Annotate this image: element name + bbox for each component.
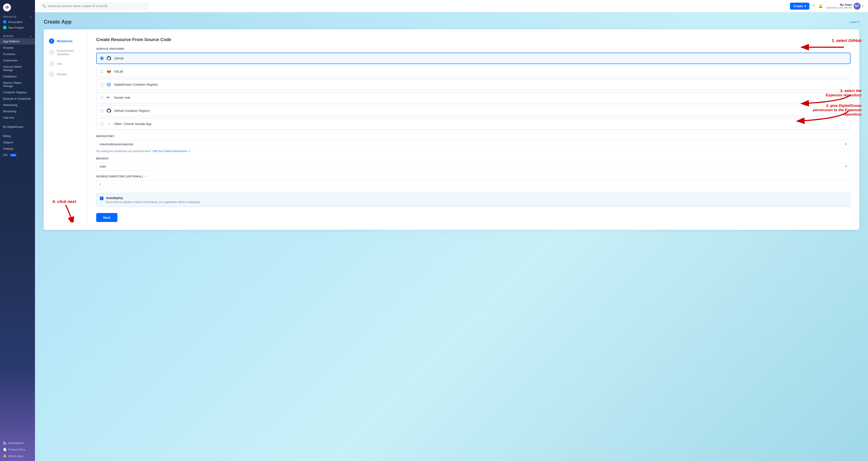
divider-1: [3, 32, 32, 32]
monitoring-label: Monitoring: [3, 110, 17, 113]
sidebar-item-container-registry[interactable]: Container Registry: [0, 89, 35, 96]
search-input[interactable]: [48, 4, 146, 8]
sidebar-item-api[interactable]: API New: [0, 152, 35, 158]
marketplace-external-icon: ↗: [26, 442, 28, 444]
provider-github[interactable]: GitHub: [96, 53, 850, 64]
repository-label: Repository: [96, 135, 850, 138]
projects-section: PROJECTS ▲: [0, 14, 35, 19]
sidebar-item-backups[interactable]: Backups & Snapshots: [0, 96, 35, 102]
sidebar-item-product-docs[interactable]: 📄 Product Docs ↗: [0, 446, 35, 453]
databases-label: Databases: [3, 75, 17, 78]
notifications-icon[interactable]: 🔔: [818, 4, 823, 8]
create-chevron-icon: ▾: [804, 4, 806, 8]
billing-label: Billing: [3, 134, 11, 138]
step-2-num: 2: [49, 50, 54, 55]
projects-label: PROJECTS: [3, 16, 16, 18]
docker-hub-label: Docker Hub: [114, 96, 130, 99]
sidebar-item-spaces[interactable]: Spaces Object Storage: [0, 79, 35, 89]
create-button[interactable]: Create ▾: [790, 3, 809, 10]
wizard-step-1[interactable]: 1 Resources: [44, 36, 87, 46]
provider-github-registry[interactable]: GitHub Container Registry: [96, 105, 850, 117]
autodeploy-checkbox[interactable]: ✓: [100, 197, 103, 200]
sidebar-logo: ⟳: [0, 0, 35, 14]
sidebar-item-functions[interactable]: Functions: [0, 51, 35, 57]
provider-gitlab-radio: [100, 70, 104, 73]
gitlab-label: GitLab: [114, 70, 123, 73]
sidebar-item-whats-new[interactable]: 🔔 What's New ↗: [0, 453, 35, 459]
next-button[interactable]: Next: [96, 213, 117, 222]
sidebar-item-databases[interactable]: Databases: [0, 73, 35, 79]
sidebar-item-first-project[interactable]: F first-project: [0, 19, 35, 25]
autodeploy-text: Autodeploy Every time an update is made …: [106, 196, 200, 204]
step-3-num: 3: [49, 61, 54, 66]
new-project-label: New Project: [8, 26, 24, 29]
source-dir-group: Source Directory (Optional) ?: [96, 175, 850, 189]
wizard-step-2[interactable]: 2 Environment Variables: [44, 46, 87, 59]
sidebar-item-kubernetes[interactable]: Kubernetes: [0, 57, 35, 64]
user-chevron-icon: ▾: [862, 5, 864, 7]
networking-label: Networking: [3, 103, 17, 107]
sidebar-item-addons[interactable]: Add-Ons: [0, 114, 35, 121]
provider-github-registry-radio: [100, 109, 104, 112]
edit-permissions-link[interactable]: Edit Your GitHub Permissions ↗: [153, 150, 190, 153]
step-3-label: Info: [57, 62, 62, 66]
branch-group: Branch ✕: [96, 157, 850, 171]
autodeploy-desc: Every time an update is made to this bra…: [106, 201, 200, 204]
source-dir-input[interactable]: [96, 180, 850, 189]
sidebar-item-support[interactable]: Support: [0, 139, 35, 145]
sidebar-item-marketplace[interactable]: 🏪 Marketplace ↗: [0, 439, 35, 446]
provider-docker-hub[interactable]: Docker Hub: [96, 92, 850, 103]
sidebar-item-by-do: By DigitalOcean: [0, 124, 35, 130]
repository-clear-button[interactable]: ✕: [844, 142, 847, 146]
learn-icon: ℹ: [858, 20, 859, 23]
container-registry-label: Container Registry: [3, 91, 27, 94]
branch-input-wrapper[interactable]: ✕: [96, 162, 850, 171]
wizard-step-3[interactable]: 3 Info: [44, 59, 87, 69]
provider-docker-hub-radio: [100, 96, 104, 99]
user-info[interactable]: My Team Estimated costs: $53.80 MT ▾: [826, 3, 864, 10]
github-registry-label: GitHub Container Registry: [114, 109, 150, 112]
user-estimated-cost: Estimated costs: $53.80: [826, 6, 852, 9]
sidebar-item-networking[interactable]: Networking: [0, 102, 35, 108]
svg-text:DO: DO: [107, 84, 111, 86]
sidebar-item-new-project[interactable]: + New Project: [0, 25, 35, 30]
search-bar[interactable]: 🔍: [39, 3, 149, 10]
autodeploy-box[interactable]: ✓ Autodeploy Every time an update is mad…: [96, 193, 850, 207]
whats-new-label: What's New: [8, 455, 23, 458]
provider-list: GitHub GitLab: [96, 53, 850, 130]
branch-clear-button[interactable]: ✕: [844, 165, 847, 168]
kubernetes-label: Kubernetes: [3, 59, 18, 62]
sidebar-item-volumes[interactable]: Volumes Block Storage: [0, 64, 35, 73]
wizard-section-title: Create Resource From Source Code: [96, 37, 850, 42]
projects-chevron: ▲: [30, 16, 32, 18]
api-label: API: [3, 153, 8, 157]
new-project-icon: +: [3, 26, 6, 29]
spaces-label: Spaces Object Storage: [3, 81, 32, 88]
provider-other[interactable]: ＋ Other: Choose Sample App: [96, 118, 850, 130]
sidebar-item-droplets[interactable]: Droplets: [0, 44, 35, 51]
github-registry-icon: [106, 108, 112, 113]
sidebar-item-app-platform[interactable]: App Platform: [0, 38, 35, 44]
droplets-label: Droplets: [3, 46, 13, 50]
provider-do-registry[interactable]: DO DigitalOcean Container Registry: [96, 79, 850, 90]
branch-input[interactable]: [99, 165, 844, 168]
learn-link[interactable]: Learn ℹ: [850, 20, 859, 24]
sidebar-item-billing[interactable]: Billing: [0, 133, 35, 139]
sidebar-item-settings[interactable]: Settings: [0, 145, 35, 152]
wizard-step-4[interactable]: 4 Review: [44, 69, 87, 79]
repository-input[interactable]: [99, 142, 844, 146]
provider-gitlab[interactable]: GitLab: [96, 66, 850, 77]
other-icon: ＋: [106, 121, 112, 127]
by-do-label: By DigitalOcean: [3, 125, 23, 129]
user-team-name: My Team: [826, 3, 852, 6]
sidebar-item-monitoring[interactable]: Monitoring: [0, 108, 35, 114]
backups-label: Backups & Snapshots: [3, 97, 31, 100]
help-icon[interactable]: ?: [813, 4, 815, 8]
marketplace-icon: 🏪: [3, 441, 6, 444]
service-provider-label: Service Provider: [96, 47, 850, 51]
svg-rect-3: [107, 97, 108, 98]
docker-hub-icon: [106, 95, 112, 100]
service-provider-group: Service Provider GitHub: [96, 47, 850, 130]
repository-input-wrapper[interactable]: ✕: [96, 140, 850, 149]
user-avatar: MT: [854, 3, 861, 10]
